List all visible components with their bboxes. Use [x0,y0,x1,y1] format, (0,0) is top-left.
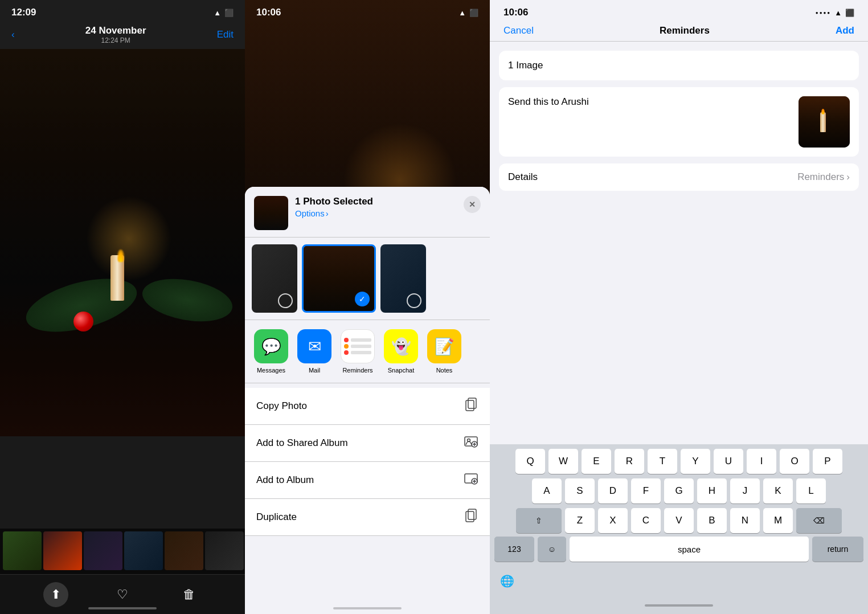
key-g[interactable]: G [664,478,694,504]
app-snapchat[interactable]: 👻 Snapchat [384,329,418,374]
filmstrip-thumb-4[interactable] [124,531,163,570]
wifi-icon-1: ▲ [214,9,221,17]
details-label: Details [508,171,538,183]
key-p[interactable]: P [813,449,842,474]
details-item[interactable]: Details Reminders › [499,163,859,191]
key-r[interactable]: R [615,449,644,474]
status-icons-1: ▲ ⬛ [214,9,234,17]
share-options-button[interactable]: Options › [295,208,457,218]
key-y[interactable]: Y [681,449,710,474]
add-shared-album-action[interactable]: Add to Shared Album [245,425,490,462]
key-x[interactable]: X [598,508,628,533]
key-u[interactable]: U [714,449,743,474]
filmstrip[interactable] [0,529,245,574]
candle-body [110,255,124,301]
key-q[interactable]: Q [515,449,545,474]
nav-time: 12:24 PM [85,36,146,44]
battery-icon-2: ⬛ [469,9,478,17]
heart-icon: ♡ [117,587,128,602]
shared-album-icon [464,434,478,452]
add-button[interactable]: Add [836,25,854,36]
key-z[interactable]: Z [565,508,595,533]
filmstrip-thumb-2[interactable] [43,531,82,570]
shift-key[interactable]: ⇧ [516,508,562,533]
messages-label: Messages [257,367,285,374]
globe-key[interactable]: 🌐 [494,568,519,593]
photo-view [0,49,245,436]
notes-symbol: 📝 [435,337,455,356]
app-mail[interactable]: ✉ Mail [297,329,331,374]
home-indicator-3 [490,597,868,614]
key-n[interactable]: N [730,508,760,533]
app-reminders[interactable]: Reminders [341,329,375,374]
strip-photo-3[interactable] [380,244,426,313]
key-a[interactable]: A [532,478,562,504]
key-w[interactable]: W [548,449,578,474]
key-c[interactable]: C [631,508,661,533]
keyboard-globe-row: 🌐 [490,566,868,597]
key-m[interactable]: M [763,508,793,533]
app-messages[interactable]: 💬 Messages [254,329,288,374]
candle-glow [86,196,171,281]
snapchat-symbol: 👻 [391,337,411,356]
delete-button[interactable]: 🗑 [177,582,202,607]
mail-symbol: ✉ [308,337,321,356]
strip-photo-2[interactable]: ✓ [302,244,376,313]
key-v[interactable]: V [664,508,694,533]
share-button[interactable]: ⬆ [43,582,68,607]
backspace-key[interactable]: ⌫ [796,508,842,533]
back-button-1[interactable]: ‹ [11,29,15,40]
check-badge: ✓ [355,292,370,306]
note-card[interactable]: Send this to Arushi [499,87,859,157]
filmstrip-thumb-5[interactable] [165,531,203,570]
key-s[interactable]: S [565,478,595,504]
key-i[interactable]: I [747,449,776,474]
options-chevron-icon: › [326,208,329,218]
add-shared-album-label: Add to Shared Album [256,437,348,449]
share-count-label: 1 Photo Selected [295,196,457,207]
nav-bar-1: ‹ 24 November 12:24 PM Edit [0,21,245,49]
edit-button[interactable]: Edit [217,29,234,40]
emoji-key[interactable]: ☺ [538,537,566,562]
key-j[interactable]: J [730,478,760,504]
nav-date: 24 November [85,25,146,36]
filmstrip-thumb-1[interactable] [3,531,42,570]
key-k[interactable]: K [763,478,793,504]
key-l[interactable]: L [796,478,826,504]
reminders-value: Reminders › [797,171,850,183]
keyboard-row-1: Q W E R T Y U I O P [490,444,868,474]
key-t[interactable]: T [648,449,677,474]
home-indicator-2 [333,607,402,609]
key-d[interactable]: D [598,478,628,504]
add-album-action[interactable]: Add to Album [245,462,490,499]
numbers-key[interactable]: 123 [494,537,534,562]
copy-photo-action[interactable]: Copy Photo [245,388,490,425]
reminders-icon [341,329,375,363]
key-f[interactable]: F [631,478,661,504]
strip-photo-1[interactable] [252,244,297,313]
key-o[interactable]: O [780,449,809,474]
add-album-label: Add to Album [256,474,314,486]
battery-icon-1: ⬛ [224,9,234,17]
home-indicator-bar [645,604,713,607]
filmstrip-thumb-6[interactable] [205,531,244,570]
share-actions-list: Copy Photo Add to Shared Album [245,383,490,614]
key-h[interactable]: H [697,478,727,504]
key-e[interactable]: E [582,449,611,474]
key-b[interactable]: B [697,508,727,533]
share-sheet-panel: 10:06 ▲ ⬛ 1 Photo Selected Options › ✕ [245,0,490,614]
filmstrip-thumb-3[interactable] [84,531,122,570]
trash-icon: 🗑 [183,587,195,602]
details-chevron-icon: › [846,171,850,183]
cancel-button[interactable]: Cancel [503,25,534,36]
share-close-button[interactable]: ✕ [464,196,481,213]
reminders-content: 1 Image Send this to Arushi Details Remi… [490,42,868,200]
favorite-button[interactable]: ♡ [110,582,135,607]
app-notes[interactable]: 📝 Notes [427,329,461,374]
duplicate-action[interactable]: Duplicate [245,499,490,536]
duplicate-label: Duplicate [256,511,297,523]
return-key[interactable]: return [812,537,863,562]
space-key[interactable]: space [570,537,809,562]
wifi-icon-2: ▲ [458,9,466,17]
status-bar-1: 12:09 ▲ ⬛ [0,0,245,21]
